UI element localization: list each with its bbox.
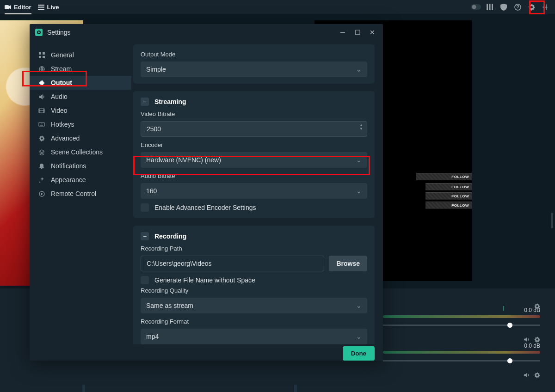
login-icon[interactable]	[540, 4, 550, 11]
svg-rect-13	[39, 52, 41, 55]
output-mode-select[interactable]: Simple ⌄	[141, 61, 367, 77]
maximize-button[interactable]: ☐	[352, 29, 363, 36]
alert-follow: FOLLOW	[416, 173, 472, 180]
svg-point-12	[38, 31, 40, 33]
tab-editor[interactable]: Editor	[5, 4, 31, 14]
speaker-icon[interactable]	[524, 337, 530, 343]
mixer-db-1: 0.0 dB	[383, 307, 540, 313]
recording-title: Recording	[154, 233, 186, 240]
close-button[interactable]: ✕	[367, 29, 377, 36]
settings-dialog: Settings ─ ☐ ✕ General Stream Output Aud…	[30, 24, 383, 361]
help-icon[interactable]	[512, 4, 523, 11]
film-icon	[38, 108, 45, 113]
panel-resize-handle[interactable]	[82, 385, 85, 392]
collapse-button[interactable]: −	[141, 232, 149, 240]
svg-rect-0	[5, 5, 9, 9]
mixer-slider-1[interactable]	[383, 325, 540, 326]
recording-path-input[interactable]: C:\Users\georg\Videos	[141, 256, 324, 271]
spinner-icon[interactable]: ▲▼	[359, 123, 363, 131]
panel-resize-handle[interactable]	[294, 385, 297, 392]
output-mode-card: Output Mode Simple ⌄	[133, 44, 375, 84]
mixer-slider-2[interactable]	[383, 360, 540, 361]
sidebar-item-scene-collections[interactable]: Scene Collections	[30, 145, 131, 159]
video-bitrate-label: Video Bitrate	[141, 110, 367, 117]
dialog-title: Settings	[47, 29, 333, 36]
streaming-title: Streaming	[154, 98, 186, 105]
gear-icon	[38, 135, 45, 141]
mixer-meter-2	[383, 351, 540, 354]
chevron-down-icon: ⌄	[356, 156, 362, 164]
list-icon	[38, 5, 44, 10]
svg-rect-18	[40, 81, 43, 85]
browse-button[interactable]: Browse	[329, 256, 367, 271]
encoder-label: Encoder	[141, 141, 367, 148]
chevron-down-icon: ⌄	[356, 302, 362, 309]
svg-rect-8	[492, 4, 493, 10]
sidebar-item-notifications[interactable]: Notifications	[30, 159, 131, 173]
chevron-down-icon: ⌄	[356, 333, 362, 340]
tab-live[interactable]: Live	[38, 4, 59, 11]
video-bitrate-input[interactable]: 2500 ▲▼	[141, 121, 367, 137]
recording-path-label: Recording Path	[141, 245, 367, 252]
advanced-encoder-checkbox[interactable]	[141, 203, 149, 212]
recording-format-label: Recording Format	[141, 318, 367, 325]
svg-rect-20	[39, 122, 44, 126]
settings-content: Output Mode Simple ⌄ − Streaming Video B…	[131, 41, 383, 344]
bell-icon	[38, 163, 45, 169]
svg-rect-2	[38, 6, 44, 7]
settings-sidebar: General Stream Output Audio Video Hotkey…	[30, 41, 131, 344]
mixer-db-2: 0.0 dB	[383, 343, 540, 349]
toggle-icon[interactable]	[471, 4, 481, 10]
mixer-meter-1	[383, 315, 540, 318]
collapse-button[interactable]: −	[141, 98, 149, 106]
sidebar-item-video[interactable]: Video	[30, 104, 131, 117]
alert-follow: FOLLOW	[426, 192, 472, 200]
sidebar-item-appearance[interactable]: Appearance	[30, 173, 131, 187]
recording-quality-label: Recording Quality	[141, 287, 367, 294]
svg-rect-1	[38, 5, 44, 6]
gear-icon[interactable]	[534, 337, 540, 343]
streaming-card: − Streaming Video Bitrate 2500 ▲▼ Encode…	[133, 91, 375, 218]
sidebar-item-general[interactable]: General	[30, 48, 131, 62]
encoder-select[interactable]: Hardware (NVENC) (new) ⌄	[141, 152, 367, 168]
sidebar-item-hotkeys[interactable]: Hotkeys	[30, 117, 131, 131]
scrollbar-thumb[interactable]	[551, 213, 553, 228]
svg-rect-3	[38, 9, 44, 10]
sidebar-item-audio[interactable]: Audio	[30, 90, 131, 104]
audio-bitrate-label: Audio Bitrate	[141, 172, 367, 179]
recording-format-select[interactable]: mp4 ⌄	[141, 329, 367, 344]
sidebar-item-remote-control[interactable]: Remote Control	[30, 187, 131, 201]
recording-quality-select[interactable]: Same as stream ⌄	[141, 298, 367, 313]
no-space-checkbox[interactable]	[141, 276, 149, 284]
recording-card: − Recording Recording Path C:\Users\geor…	[133, 226, 375, 344]
svg-rect-7	[489, 4, 491, 10]
grid-icon	[38, 52, 45, 58]
layout-icon[interactable]	[485, 4, 495, 10]
svg-rect-16	[43, 56, 45, 58]
gear-icon[interactable]	[534, 372, 540, 378]
chevron-down-icon: ⌄	[356, 187, 362, 195]
alert-follow: FOLLOW	[426, 183, 472, 190]
done-button[interactable]: Done	[343, 346, 375, 361]
sidebar-item-advanced[interactable]: Advanced	[30, 131, 131, 145]
play-circle-icon	[38, 191, 45, 197]
mixer-settings-icon[interactable]	[534, 303, 540, 309]
shield-icon[interactable]	[499, 4, 509, 11]
keyboard-icon	[38, 122, 45, 127]
advanced-encoder-label: Enable Advanced Encoder Settings	[154, 204, 256, 211]
svg-point-5	[472, 5, 476, 9]
audio-mixer: 0.0 dB 0.0 dB	[383, 307, 540, 373]
audio-bitrate-select[interactable]: 160 ⌄	[141, 183, 367, 199]
settings-gear-icon[interactable]	[526, 4, 536, 11]
sidebar-item-stream[interactable]: Stream	[30, 62, 131, 76]
svg-rect-14	[43, 52, 45, 55]
svg-rect-6	[487, 4, 488, 10]
speaker-icon[interactable]	[524, 372, 530, 378]
chevron-down-icon: ⌄	[356, 66, 362, 73]
tab-editor-label: Editor	[14, 4, 31, 11]
minimize-button[interactable]: ─	[338, 29, 348, 36]
dialog-titlebar[interactable]: Settings ─ ☐ ✕	[30, 24, 383, 41]
sidebar-item-output[interactable]: Output	[30, 76, 131, 90]
app-icon	[35, 29, 43, 36]
no-space-label: Generate File Name without Space	[154, 276, 255, 284]
